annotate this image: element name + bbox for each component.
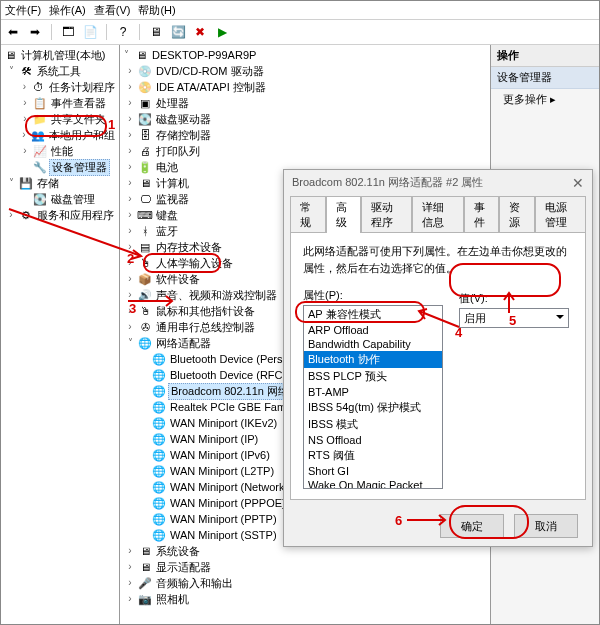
expand-icon[interactable]: › [124, 98, 136, 108]
tab-general[interactable]: 常规 [290, 196, 326, 233]
help-icon[interactable]: ? [115, 24, 131, 40]
tree-storage[interactable]: 存储 [35, 176, 61, 191]
expand-icon[interactable]: ˅ [120, 50, 132, 60]
dialog-titlebar[interactable]: Broadcom 802.11n 网络适配器 #2 属性 ✕ [284, 170, 592, 195]
property-item[interactable]: IBSS 模式 [304, 416, 442, 433]
tools-icon: 🛠 [19, 64, 33, 78]
expand-icon[interactable]: › [124, 306, 136, 316]
value-combobox[interactable]: 启用 [459, 308, 569, 328]
ok-button[interactable]: 确定 [440, 514, 504, 538]
forward-icon[interactable]: ➡ [27, 24, 43, 40]
menu-action[interactable]: 操作(A) [49, 3, 86, 18]
expand-icon[interactable]: › [124, 66, 136, 76]
tree-svcapps[interactable]: 服务和应用程序 [35, 208, 116, 223]
category-icon: ▣ [138, 96, 152, 110]
expand-icon[interactable]: › [5, 210, 17, 220]
property-item[interactable]: BT-AMP [304, 385, 442, 399]
dev-root[interactable]: DESKTOP-P99AR9P [150, 49, 258, 61]
disk-icon: 💽 [33, 192, 47, 206]
dev-cat[interactable]: ›🎤音频输入和输出 [120, 575, 490, 591]
property-item[interactable]: Short GI [304, 464, 442, 478]
dev-cat[interactable]: ›▣处理器 [120, 95, 490, 111]
tree-perf[interactable]: 性能 [49, 144, 75, 159]
expand-icon[interactable]: › [19, 114, 31, 124]
expand-icon[interactable]: › [124, 578, 136, 588]
expand-icon[interactable]: › [19, 130, 29, 140]
expand-icon[interactable]: › [124, 210, 136, 220]
dev-cat[interactable]: ›🗄存储控制器 [120, 127, 490, 143]
expand-icon[interactable]: ˅ [5, 178, 17, 188]
expand-icon[interactable]: ˅ [124, 338, 136, 348]
expand-icon[interactable]: › [124, 130, 136, 140]
property-item[interactable]: Bandwidth Capability [304, 337, 442, 351]
expand-icon[interactable]: › [124, 258, 136, 268]
dev-cat[interactable]: ›💿DVD/CD-ROM 驱动器 [120, 63, 490, 79]
show-icon[interactable]: 🗔 [60, 24, 76, 40]
tab-driver[interactable]: 驱动程序 [361, 196, 412, 233]
menu-file[interactable]: 文件(F) [5, 3, 41, 18]
property-item[interactable]: AP 兼容性模式 [304, 306, 442, 323]
expand-icon[interactable]: › [19, 146, 31, 156]
expand-icon[interactable]: › [124, 562, 136, 572]
tab-advanced[interactable]: 高级 [326, 196, 362, 233]
expand-icon[interactable]: › [19, 98, 31, 108]
expand-icon[interactable]: › [124, 290, 136, 300]
adapter-icon: 🌐 [152, 480, 166, 494]
expand-icon[interactable]: › [124, 114, 136, 124]
expand-icon[interactable]: › [19, 82, 30, 92]
dev-cat[interactable]: ›📷照相机 [120, 591, 490, 607]
enable-icon[interactable]: ▶ [214, 24, 230, 40]
scan-icon[interactable]: 🖥 [148, 24, 164, 40]
back-icon[interactable]: ⬅ [5, 24, 21, 40]
property-item[interactable]: BSS PLCP 预头 [304, 368, 442, 385]
property-item[interactable]: IBSS 54g(tm) 保护模式 [304, 399, 442, 416]
mgmt-tree[interactable]: 🖥计算机管理(本地) ˅🛠系统工具 ›⏱任务计划程序 ›📋事件查看器 ›📁共享文… [1, 45, 119, 225]
expand-icon[interactable]: › [124, 146, 136, 156]
cancel-button[interactable]: 取消 [514, 514, 578, 538]
property-item[interactable]: RTS 阈值 [304, 447, 442, 464]
refresh-icon[interactable]: 🔄 [170, 24, 186, 40]
tab-details[interactable]: 详细信息 [412, 196, 463, 233]
expand-icon[interactable]: › [124, 546, 136, 556]
expand-icon[interactable]: › [124, 322, 136, 332]
close-icon[interactable]: ✕ [572, 175, 584, 191]
folder-icon: 📁 [33, 112, 47, 126]
tab-resources[interactable]: 资源 [499, 196, 535, 233]
actions-sub[interactable]: 设备管理器 [491, 67, 599, 89]
tree-diskmgmt[interactable]: 磁盘管理 [49, 192, 97, 207]
menu-help[interactable]: 帮助(H) [138, 3, 175, 18]
expand-icon[interactable]: › [124, 162, 136, 172]
tree-systools[interactable]: 系统工具 [35, 64, 83, 79]
tree-shared[interactable]: 共享文件夹 [49, 112, 108, 127]
tree-localusers[interactable]: 本地用户和组 [47, 128, 117, 143]
tree-devmgr[interactable]: 设备管理器 [49, 159, 110, 176]
dev-cat[interactable]: ›🖥显示适配器 [120, 559, 490, 575]
expand-icon[interactable]: › [124, 594, 136, 604]
property-item[interactable]: Bluetooth 协作 [304, 351, 442, 368]
expand-icon[interactable]: › [124, 178, 136, 188]
tab-events[interactable]: 事件 [464, 196, 500, 233]
property-item[interactable]: NS Offload [304, 433, 442, 447]
property-item[interactable]: Wake On Magic Packet [304, 478, 442, 489]
category-icon: 🔊 [138, 288, 152, 302]
users-icon: 👥 [31, 128, 45, 142]
menu-view[interactable]: 查看(V) [94, 3, 131, 18]
disable-icon[interactable]: ✖ [192, 24, 208, 40]
tab-power[interactable]: 电源管理 [535, 196, 586, 233]
expand-icon[interactable]: › [124, 274, 136, 284]
tree-eventviewer[interactable]: 事件查看器 [49, 96, 108, 111]
expand-icon[interactable]: › [124, 226, 136, 236]
expand-icon[interactable]: › [124, 194, 136, 204]
dev-cat[interactable]: ›💽磁盘驱动器 [120, 111, 490, 127]
tree-tasksched[interactable]: 任务计划程序 [47, 80, 117, 95]
dev-cat[interactable]: ›📀IDE ATA/ATAPI 控制器 [120, 79, 490, 95]
properties-icon[interactable]: 📄 [82, 24, 98, 40]
tree-root[interactable]: 计算机管理(本地) [19, 48, 107, 63]
expand-icon[interactable]: › [124, 82, 136, 92]
expand-icon[interactable]: ˅ [5, 66, 17, 76]
property-listbox[interactable]: AP 兼容性模式ARP OffloadBandwidth CapabilityB… [303, 305, 443, 489]
dev-cat[interactable]: ›🖨打印队列 [120, 143, 490, 159]
property-item[interactable]: ARP Offload [304, 323, 442, 337]
expand-icon[interactable]: › [124, 242, 136, 252]
actions-more[interactable]: 更多操作 ▸ [491, 89, 599, 110]
